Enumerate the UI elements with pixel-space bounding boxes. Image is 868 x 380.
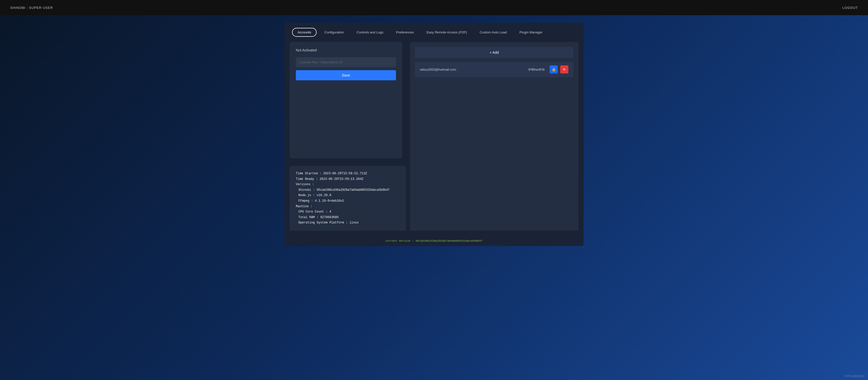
left-panel: Not Activated Save	[289, 42, 402, 158]
tab-plugin-manager[interactable]: Plugin Manager	[514, 28, 548, 36]
log-nodejs: Node.js : v16.20.0	[296, 193, 400, 198]
log-box: Time Started : 2023-06-29T15:58:52.713Z …	[289, 166, 406, 231]
account-email: wbsu2003@hotmail.com	[420, 68, 526, 71]
content-area: Not Activated Save Time Started : 2023-0…	[284, 42, 584, 236]
log-ffmpeg: FFmpeg : 4.1.10-0+deb10u1	[296, 198, 400, 204]
log-shinobi: Shinobi : 05cab396cd36a2920a7a04ab005333…	[296, 187, 400, 193]
tab-configuration[interactable]: Configuration	[319, 28, 349, 36]
current-version: Current Version : 05cab396cd36a2920a7a04…	[385, 239, 483, 242]
account-row: wbsu2003@hotmail.com lPfBhe4F6l 🔒 ✕	[415, 62, 574, 77]
watermark: CSDN @杨诺老苏	[844, 374, 865, 378]
right-panel: + Add wbsu2003@hotmail.com lPfBhe4F6l 🔒 …	[410, 42, 579, 231]
logout-button[interactable]: LOGOUT	[842, 6, 858, 10]
log-ram: Total RAM : 8270663680	[296, 215, 400, 220]
tab-controls-logs[interactable]: Controls and Logs	[351, 28, 389, 36]
log-versions: Versions :	[296, 182, 400, 187]
tab-custom-auto-load[interactable]: Custom Auto Load	[474, 28, 512, 36]
tab-accounts[interactable]: Accounts	[292, 28, 317, 37]
account-id: lPfBhe4F6l	[528, 68, 545, 71]
top-bar: SHINOBI : SUPER USER LOGOUT	[0, 0, 868, 15]
main-container: Accounts Configuration Controls and Logs…	[284, 23, 584, 246]
app-title: SHINOBI : SUPER USER	[10, 6, 53, 10]
account-settings-button[interactable]: 🔒	[550, 65, 558, 73]
tab-easy-remote[interactable]: Easy Remote Access (P2P)	[421, 28, 472, 36]
log-os: Operating System Platform : linux	[296, 220, 400, 226]
log-time-ready: Time Ready : 2023-06-29T15:59:13.204Z	[296, 177, 400, 182]
account-delete-button[interactable]: ✕	[560, 65, 568, 73]
log-time-started: Time Started : 2023-06-29T15:58:52.713Z	[296, 171, 400, 177]
tab-bar: Accounts Configuration Controls and Logs…	[284, 23, 584, 42]
activation-status: Not Activated	[296, 48, 396, 52]
save-button[interactable]: Save	[296, 70, 396, 80]
log-cpu: CPU Core Count : 4	[296, 209, 400, 215]
license-key-input[interactable]	[296, 57, 396, 67]
tab-preferences[interactable]: Preferences	[391, 28, 419, 36]
footer: Current Version : 05cab396cd36a2920a7a04…	[284, 236, 584, 246]
log-machine: Machine :	[296, 204, 400, 209]
add-account-button[interactable]: + Add	[415, 47, 574, 58]
